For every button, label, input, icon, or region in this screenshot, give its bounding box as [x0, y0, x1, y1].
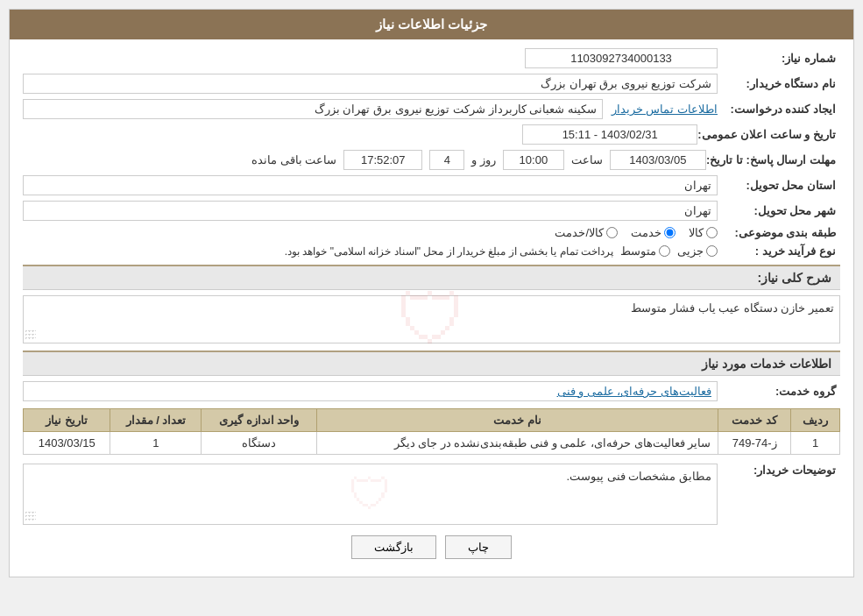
- buyer-notes-value: مطابق مشخصات فنی پیوست.: [567, 470, 711, 483]
- response-days-label: روز و: [471, 153, 496, 166]
- creator-contact-link[interactable]: اطلاعات تماس خریدار: [612, 103, 718, 116]
- response-date-value: 1403/03/05: [610, 150, 706, 170]
- purchase-type-jozei[interactable]: جزیی: [677, 244, 718, 258]
- province-value: تهران: [23, 175, 718, 195]
- resize-handle[interactable]: [25, 330, 36, 341]
- category-option-kala[interactable]: کالا: [689, 226, 718, 239]
- response-time-label: ساعت: [571, 153, 603, 166]
- response-time-value: 10:00: [503, 150, 564, 170]
- col-header-row-num: ردیف: [791, 409, 840, 432]
- response-remain-label: ساعت باقی مانده: [251, 153, 336, 166]
- need-description-value: تعمیر خازن دستگاه عیب یاب فشار متوسط: [631, 301, 834, 315]
- services-table: ردیف کد خدمت نام خدمت واحد اندازه گیری ت…: [23, 408, 840, 455]
- services-section-title: اطلاعات خدمات مورد نیاز: [23, 350, 840, 376]
- buyer-notes-box: 🛡 مطابق مشخصات فنی پیوست.: [23, 464, 718, 525]
- col-header-qty: تعداد / مقدار: [110, 409, 202, 432]
- row-code: ز-74-749: [718, 432, 791, 455]
- category-kala-khadamat-label: کالا/خدمت: [555, 226, 604, 239]
- city-value: تهران: [23, 201, 718, 221]
- city-label: شهر محل تحویل:: [718, 204, 840, 217]
- purchase-type-mota-vaset-label: متوسط: [620, 244, 656, 258]
- creator-value: سکینه شعبانی کاربرداز شرکت توزیع نیروی ب…: [23, 99, 603, 119]
- category-option-kala-khadamat[interactable]: کالا/خدمت: [555, 226, 618, 239]
- need-number-value: 1103092734000133: [525, 48, 718, 68]
- purchase-type-mota-vaset[interactable]: متوسط: [620, 244, 670, 258]
- need-description-box: 🛡 تعمیر خازن دستگاه عیب یاب فشار متوسط: [23, 295, 840, 343]
- need-number-label: شماره نیاز:: [718, 52, 840, 65]
- back-button[interactable]: بازگشت: [351, 535, 436, 559]
- watermark-shield-notes: 🛡: [349, 469, 393, 520]
- category-label: طبقه بندی موضوعی:: [718, 226, 840, 239]
- page-title: جزئیات اطلاعات نیاز: [10, 10, 853, 39]
- service-group-label: گروه خدمت:: [718, 385, 840, 398]
- col-header-date: تاریخ نیاز: [24, 409, 110, 432]
- print-button[interactable]: چاپ: [445, 535, 512, 559]
- bottom-buttons: چاپ بازگشت: [23, 535, 840, 559]
- row-qty: 1: [110, 432, 202, 455]
- service-group-value: فعالیت‌های حرفه‌ای، علمی و فنی: [23, 381, 718, 401]
- row-num: 1: [791, 432, 840, 455]
- buyer-org-value: شرکت توزیع نیروی برق تهران بزرگ: [23, 74, 718, 94]
- col-header-code: کد خدمت: [718, 409, 791, 432]
- response-days-value: 4: [429, 150, 464, 170]
- purchase-type-jozei-label: جزیی: [677, 244, 704, 258]
- col-header-name: نام خدمت: [316, 409, 718, 432]
- province-label: استان محل تحویل:: [718, 179, 840, 192]
- purchase-type-label: نوع فرآیند خرید :: [718, 244, 840, 258]
- buyer-org-label: نام دستگاه خریدار:: [718, 77, 840, 90]
- category-khadamat-label: خدمت: [631, 226, 661, 239]
- need-description-section-title: شرح کلی نیاز:: [23, 265, 840, 290]
- category-option-khadamat[interactable]: خدمت: [631, 226, 676, 239]
- response-deadline-label: مهلت ارسال پاسخ: تا تاریخ:: [706, 153, 840, 166]
- announce-label: تاریخ و ساعت اعلان عمومی:: [697, 128, 840, 141]
- announce-date-value: 1403/02/31 - 15:11: [522, 124, 697, 145]
- row-unit: دستگاه: [202, 432, 316, 455]
- category-kala-label: کالا: [689, 226, 704, 239]
- resize-handle-notes[interactable]: [25, 512, 36, 522]
- row-name: سایر فعالیت‌های حرفه‌ای، علمی و فنی طبقه…: [316, 432, 718, 455]
- table-row: 1 ز-74-749 سایر فعالیت‌های حرفه‌ای، علمی…: [24, 432, 840, 455]
- creator-label: ایجاد کننده درخواست:: [718, 103, 840, 116]
- col-header-unit: واحد اندازه گیری: [202, 409, 316, 432]
- purchase-note: پرداخت تمام یا بخشی از مبلغ خریدار از مح…: [285, 245, 613, 258]
- buyer-notes-label: توضیحات خریدار:: [718, 464, 840, 477]
- watermark-shield: 🛡: [397, 280, 467, 360]
- response-remain-value: 17:52:07: [343, 150, 422, 170]
- row-date: 1403/03/15: [24, 432, 110, 455]
